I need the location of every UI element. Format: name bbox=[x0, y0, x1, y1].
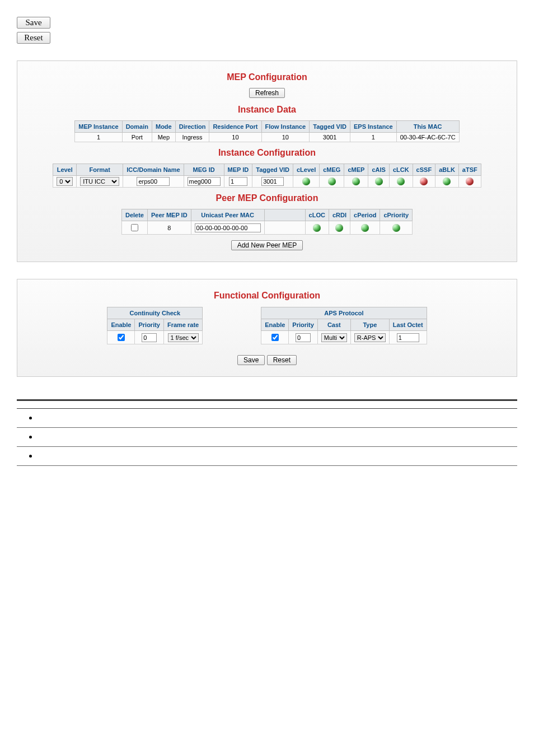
instance-cfg-table: Level Format ICC/Domain Name MEG ID MEP … bbox=[53, 164, 481, 188]
status-dot-clck bbox=[397, 178, 405, 185]
th-aBLK: aBLK bbox=[435, 164, 459, 176]
func-reset-button[interactable]: Reset bbox=[267, 355, 297, 365]
th-peer-id: Peer MEP ID bbox=[148, 209, 191, 221]
desc-0 bbox=[127, 409, 517, 428]
th-cSSF: cSSF bbox=[413, 164, 435, 176]
delete-checkbox[interactable] bbox=[131, 224, 138, 231]
table-row bbox=[17, 447, 517, 466]
cc-title: Continuity Check bbox=[107, 307, 203, 319]
th-unicast-mac: Unicast Peer MAC bbox=[191, 209, 264, 221]
aps-type-select[interactable]: R-APS bbox=[354, 333, 386, 342]
th-cMEP: cMEP bbox=[344, 164, 368, 176]
status-dot-cmeg bbox=[328, 178, 336, 185]
th-cLCK: cLCK bbox=[389, 164, 413, 176]
th-cc-priority: Priority bbox=[135, 319, 164, 331]
table-row: Multi R-APS bbox=[261, 331, 427, 344]
status-dot-cperiod bbox=[361, 224, 369, 232]
th-delete: Delete bbox=[121, 209, 147, 221]
th-megid: MEG ID bbox=[184, 164, 224, 176]
th-eps-instance: EPS Instance bbox=[350, 121, 396, 133]
th-aps-last-octet: Last Octet bbox=[389, 319, 427, 331]
aps-priority-input[interactable] bbox=[296, 333, 311, 342]
aps-enable-checkbox[interactable] bbox=[271, 334, 279, 341]
cc-enable-checkbox[interactable] bbox=[118, 334, 125, 341]
desc-2 bbox=[127, 447, 517, 466]
desc-section: Parameter Description bbox=[17, 399, 517, 466]
status-dot-ablk bbox=[443, 178, 451, 185]
th-parameter: Parameter bbox=[17, 400, 127, 409]
instance-cfg-title: Instance Configuration bbox=[23, 148, 511, 158]
cell-mep-instance: 1 bbox=[75, 133, 122, 142]
func-save-button[interactable]: Save bbox=[237, 355, 265, 365]
refresh-button[interactable]: Refresh bbox=[249, 88, 285, 98]
status-dot-crdi bbox=[335, 224, 343, 232]
peer-cfg-title: Peer MEP Configuration bbox=[23, 193, 511, 203]
bullet-icon bbox=[29, 455, 32, 458]
aps-cast-select[interactable]: Multi bbox=[321, 333, 347, 342]
th-level: Level bbox=[53, 164, 77, 176]
th-description: Description bbox=[127, 400, 517, 409]
cell-mode: Mep bbox=[152, 133, 175, 142]
th-cMEG: cMEG bbox=[320, 164, 344, 176]
mepid-input[interactable] bbox=[229, 177, 247, 186]
cell-peer-id: 8 bbox=[148, 221, 191, 235]
cell-this-mac: 00-30-4F-AC-6C-7C bbox=[396, 133, 459, 142]
megid-input[interactable] bbox=[188, 177, 221, 186]
cc-frame-rate-select[interactable]: 1 f/sec bbox=[168, 333, 199, 342]
instance-data-title: Instance Data bbox=[23, 105, 511, 115]
func-layout-table: Continuity Check Enable Priority Frame r… bbox=[95, 306, 438, 349]
th-aps-priority: Priority bbox=[289, 319, 318, 331]
cell-residence-port: 10 bbox=[209, 133, 261, 142]
cell-flow-instance: 10 bbox=[261, 133, 310, 142]
th-cperiod: cPeriod bbox=[350, 209, 380, 221]
func-config-title: Functional Configuration bbox=[23, 291, 511, 301]
th-cloc: cLOC bbox=[305, 209, 329, 221]
unicast-mac-input[interactable] bbox=[195, 223, 261, 232]
save-button[interactable]: Save bbox=[17, 17, 50, 29]
th-aTSF: aTSF bbox=[458, 164, 481, 176]
cell-direction: Ingress bbox=[175, 133, 209, 142]
format-select[interactable]: ITU ICC bbox=[80, 177, 119, 186]
aps-last-octet-input[interactable] bbox=[397, 333, 419, 342]
table-row bbox=[17, 409, 517, 428]
th-mep-instance: MEP Instance bbox=[75, 121, 122, 133]
th-cc-frame-rate: Frame rate bbox=[163, 319, 202, 331]
tvid-input[interactable] bbox=[261, 177, 284, 186]
bullet-icon bbox=[29, 417, 32, 419]
th-mode: Mode bbox=[152, 121, 175, 133]
desc-table: Parameter Description bbox=[17, 399, 517, 466]
th-aps-cast: Cast bbox=[317, 319, 350, 331]
status-dot-cmep bbox=[352, 178, 360, 185]
status-dot-cloc bbox=[313, 224, 321, 232]
th-crdi: cRDI bbox=[329, 209, 350, 221]
cc-table: Continuity Check Enable Priority Frame r… bbox=[107, 307, 203, 344]
th-cLevel: cLevel bbox=[293, 164, 320, 176]
th-mepid: MEP ID bbox=[224, 164, 252, 176]
mep-config-panel: MEP Configuration Refresh Instance Data … bbox=[17, 60, 517, 262]
func-config-panel: Functional Configuration Continuity Chec… bbox=[17, 279, 517, 377]
cell-eps-instance: 1 bbox=[350, 133, 396, 142]
table-row: 1 f/sec bbox=[107, 331, 203, 344]
th-tvid: Tagged VID bbox=[252, 164, 293, 176]
th-blank bbox=[264, 209, 305, 221]
table-row: 8 bbox=[121, 221, 412, 235]
th-this-mac: This MAC bbox=[396, 121, 459, 133]
table-row bbox=[17, 428, 517, 447]
th-cAIS: cAIS bbox=[368, 164, 389, 176]
th-aps-enable: Enable bbox=[261, 319, 289, 331]
instance-data-table: MEP Instance Domain Mode Direction Resid… bbox=[74, 120, 459, 142]
reset-button[interactable]: Reset bbox=[17, 32, 50, 44]
level-select[interactable]: 0 bbox=[57, 177, 73, 186]
th-flow-instance: Flow Instance bbox=[261, 121, 310, 133]
cc-priority-input[interactable] bbox=[142, 333, 157, 342]
th-format: Format bbox=[77, 164, 123, 176]
cell-domain: Port bbox=[122, 133, 152, 142]
table-row: 0 ITU ICC bbox=[53, 176, 481, 188]
th-direction: Direction bbox=[175, 121, 209, 133]
add-peer-button[interactable]: Add New Peer MEP bbox=[231, 240, 303, 250]
desc-1 bbox=[127, 428, 517, 447]
icc-input[interactable] bbox=[137, 177, 170, 186]
bullet-icon bbox=[29, 436, 32, 438]
status-dot-cpriority bbox=[392, 224, 400, 232]
cell-tagged-vid: 3001 bbox=[310, 133, 350, 142]
